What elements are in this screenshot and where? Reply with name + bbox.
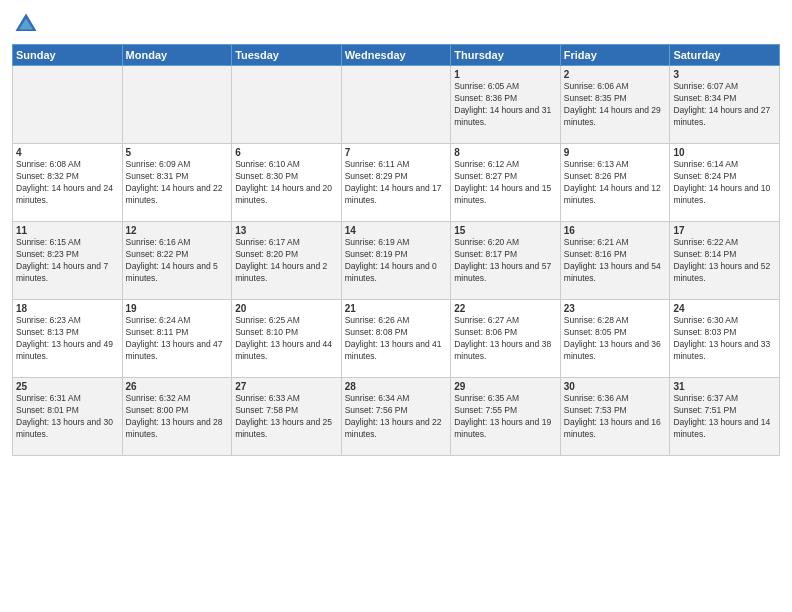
calendar-cell: 12Sunrise: 6:16 AM Sunset: 8:22 PM Dayli… bbox=[122, 222, 232, 300]
day-number: 25 bbox=[16, 381, 119, 392]
page-container: SundayMondayTuesdayWednesdayThursdayFrid… bbox=[0, 0, 792, 466]
day-info: Sunrise: 6:08 AM Sunset: 8:32 PM Dayligh… bbox=[16, 159, 119, 207]
calendar-cell: 4Sunrise: 6:08 AM Sunset: 8:32 PM Daylig… bbox=[13, 144, 123, 222]
day-header-wednesday: Wednesday bbox=[341, 45, 451, 66]
calendar-cell: 28Sunrise: 6:34 AM Sunset: 7:56 PM Dayli… bbox=[341, 378, 451, 456]
day-info: Sunrise: 6:17 AM Sunset: 8:20 PM Dayligh… bbox=[235, 237, 338, 285]
day-info: Sunrise: 6:27 AM Sunset: 8:06 PM Dayligh… bbox=[454, 315, 557, 363]
calendar-cell: 25Sunrise: 6:31 AM Sunset: 8:01 PM Dayli… bbox=[13, 378, 123, 456]
header bbox=[12, 10, 780, 38]
day-number: 15 bbox=[454, 225, 557, 236]
calendar-cell: 23Sunrise: 6:28 AM Sunset: 8:05 PM Dayli… bbox=[560, 300, 670, 378]
calendar-cell: 24Sunrise: 6:30 AM Sunset: 8:03 PM Dayli… bbox=[670, 300, 780, 378]
day-number: 26 bbox=[126, 381, 229, 392]
calendar-week-5: 25Sunrise: 6:31 AM Sunset: 8:01 PM Dayli… bbox=[13, 378, 780, 456]
calendar-cell: 1Sunrise: 6:05 AM Sunset: 8:36 PM Daylig… bbox=[451, 66, 561, 144]
day-number: 27 bbox=[235, 381, 338, 392]
calendar-cell: 20Sunrise: 6:25 AM Sunset: 8:10 PM Dayli… bbox=[232, 300, 342, 378]
day-number: 2 bbox=[564, 69, 667, 80]
day-number: 11 bbox=[16, 225, 119, 236]
calendar-cell: 3Sunrise: 6:07 AM Sunset: 8:34 PM Daylig… bbox=[670, 66, 780, 144]
day-info: Sunrise: 6:23 AM Sunset: 8:13 PM Dayligh… bbox=[16, 315, 119, 363]
day-number: 10 bbox=[673, 147, 776, 158]
day-info: Sunrise: 6:14 AM Sunset: 8:24 PM Dayligh… bbox=[673, 159, 776, 207]
day-info: Sunrise: 6:36 AM Sunset: 7:53 PM Dayligh… bbox=[564, 393, 667, 441]
day-info: Sunrise: 6:25 AM Sunset: 8:10 PM Dayligh… bbox=[235, 315, 338, 363]
calendar-cell: 13Sunrise: 6:17 AM Sunset: 8:20 PM Dayli… bbox=[232, 222, 342, 300]
day-header-friday: Friday bbox=[560, 45, 670, 66]
day-info: Sunrise: 6:22 AM Sunset: 8:14 PM Dayligh… bbox=[673, 237, 776, 285]
day-info: Sunrise: 6:20 AM Sunset: 8:17 PM Dayligh… bbox=[454, 237, 557, 285]
day-info: Sunrise: 6:19 AM Sunset: 8:19 PM Dayligh… bbox=[345, 237, 448, 285]
day-header-tuesday: Tuesday bbox=[232, 45, 342, 66]
day-info: Sunrise: 6:07 AM Sunset: 8:34 PM Dayligh… bbox=[673, 81, 776, 129]
calendar-cell: 14Sunrise: 6:19 AM Sunset: 8:19 PM Dayli… bbox=[341, 222, 451, 300]
day-info: Sunrise: 6:16 AM Sunset: 8:22 PM Dayligh… bbox=[126, 237, 229, 285]
calendar-cell: 17Sunrise: 6:22 AM Sunset: 8:14 PM Dayli… bbox=[670, 222, 780, 300]
calendar-cell bbox=[13, 66, 123, 144]
calendar-cell: 11Sunrise: 6:15 AM Sunset: 8:23 PM Dayli… bbox=[13, 222, 123, 300]
logo bbox=[12, 10, 44, 38]
day-header-saturday: Saturday bbox=[670, 45, 780, 66]
calendar-cell: 10Sunrise: 6:14 AM Sunset: 8:24 PM Dayli… bbox=[670, 144, 780, 222]
day-number: 24 bbox=[673, 303, 776, 314]
day-number: 12 bbox=[126, 225, 229, 236]
day-info: Sunrise: 6:10 AM Sunset: 8:30 PM Dayligh… bbox=[235, 159, 338, 207]
day-info: Sunrise: 6:11 AM Sunset: 8:29 PM Dayligh… bbox=[345, 159, 448, 207]
calendar-header-row: SundayMondayTuesdayWednesdayThursdayFrid… bbox=[13, 45, 780, 66]
calendar-cell bbox=[341, 66, 451, 144]
day-number: 23 bbox=[564, 303, 667, 314]
calendar-cell: 19Sunrise: 6:24 AM Sunset: 8:11 PM Dayli… bbox=[122, 300, 232, 378]
day-number: 17 bbox=[673, 225, 776, 236]
day-info: Sunrise: 6:13 AM Sunset: 8:26 PM Dayligh… bbox=[564, 159, 667, 207]
calendar-cell: 22Sunrise: 6:27 AM Sunset: 8:06 PM Dayli… bbox=[451, 300, 561, 378]
calendar-table: SundayMondayTuesdayWednesdayThursdayFrid… bbox=[12, 44, 780, 456]
day-number: 8 bbox=[454, 147, 557, 158]
day-number: 3 bbox=[673, 69, 776, 80]
calendar-cell: 16Sunrise: 6:21 AM Sunset: 8:16 PM Dayli… bbox=[560, 222, 670, 300]
calendar-cell: 26Sunrise: 6:32 AM Sunset: 8:00 PM Dayli… bbox=[122, 378, 232, 456]
day-number: 16 bbox=[564, 225, 667, 236]
calendar-cell: 18Sunrise: 6:23 AM Sunset: 8:13 PM Dayli… bbox=[13, 300, 123, 378]
calendar-cell bbox=[122, 66, 232, 144]
day-info: Sunrise: 6:15 AM Sunset: 8:23 PM Dayligh… bbox=[16, 237, 119, 285]
calendar-cell: 2Sunrise: 6:06 AM Sunset: 8:35 PM Daylig… bbox=[560, 66, 670, 144]
day-info: Sunrise: 6:28 AM Sunset: 8:05 PM Dayligh… bbox=[564, 315, 667, 363]
day-info: Sunrise: 6:12 AM Sunset: 8:27 PM Dayligh… bbox=[454, 159, 557, 207]
logo-icon bbox=[12, 10, 40, 38]
day-number: 22 bbox=[454, 303, 557, 314]
day-number: 14 bbox=[345, 225, 448, 236]
calendar-cell: 9Sunrise: 6:13 AM Sunset: 8:26 PM Daylig… bbox=[560, 144, 670, 222]
day-header-monday: Monday bbox=[122, 45, 232, 66]
calendar-week-1: 1Sunrise: 6:05 AM Sunset: 8:36 PM Daylig… bbox=[13, 66, 780, 144]
day-number: 21 bbox=[345, 303, 448, 314]
day-number: 29 bbox=[454, 381, 557, 392]
calendar-cell: 27Sunrise: 6:33 AM Sunset: 7:58 PM Dayli… bbox=[232, 378, 342, 456]
day-info: Sunrise: 6:32 AM Sunset: 8:00 PM Dayligh… bbox=[126, 393, 229, 441]
calendar-cell: 7Sunrise: 6:11 AM Sunset: 8:29 PM Daylig… bbox=[341, 144, 451, 222]
day-info: Sunrise: 6:09 AM Sunset: 8:31 PM Dayligh… bbox=[126, 159, 229, 207]
day-info: Sunrise: 6:24 AM Sunset: 8:11 PM Dayligh… bbox=[126, 315, 229, 363]
calendar-cell: 29Sunrise: 6:35 AM Sunset: 7:55 PM Dayli… bbox=[451, 378, 561, 456]
calendar-cell: 21Sunrise: 6:26 AM Sunset: 8:08 PM Dayli… bbox=[341, 300, 451, 378]
calendar-cell bbox=[232, 66, 342, 144]
day-number: 13 bbox=[235, 225, 338, 236]
day-number: 9 bbox=[564, 147, 667, 158]
day-number: 5 bbox=[126, 147, 229, 158]
day-number: 6 bbox=[235, 147, 338, 158]
calendar-cell: 31Sunrise: 6:37 AM Sunset: 7:51 PM Dayli… bbox=[670, 378, 780, 456]
calendar-cell: 30Sunrise: 6:36 AM Sunset: 7:53 PM Dayli… bbox=[560, 378, 670, 456]
day-header-thursday: Thursday bbox=[451, 45, 561, 66]
day-number: 19 bbox=[126, 303, 229, 314]
calendar-week-4: 18Sunrise: 6:23 AM Sunset: 8:13 PM Dayli… bbox=[13, 300, 780, 378]
day-number: 30 bbox=[564, 381, 667, 392]
day-number: 7 bbox=[345, 147, 448, 158]
day-number: 18 bbox=[16, 303, 119, 314]
calendar-cell: 15Sunrise: 6:20 AM Sunset: 8:17 PM Dayli… bbox=[451, 222, 561, 300]
day-number: 20 bbox=[235, 303, 338, 314]
calendar-cell: 6Sunrise: 6:10 AM Sunset: 8:30 PM Daylig… bbox=[232, 144, 342, 222]
day-number: 31 bbox=[673, 381, 776, 392]
day-info: Sunrise: 6:26 AM Sunset: 8:08 PM Dayligh… bbox=[345, 315, 448, 363]
day-number: 4 bbox=[16, 147, 119, 158]
day-number: 1 bbox=[454, 69, 557, 80]
